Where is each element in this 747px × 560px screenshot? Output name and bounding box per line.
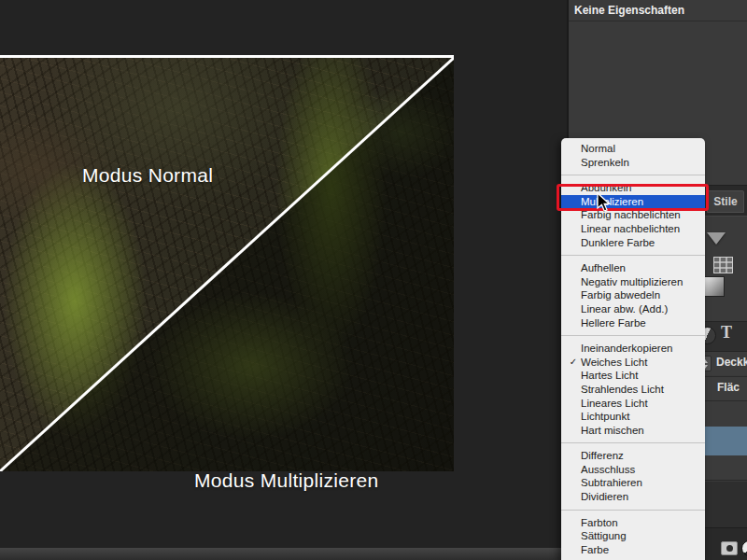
menu-item-label: Sprenkeln — [581, 156, 629, 170]
menu-item-subtrahieren[interactable]: Subtrahieren — [561, 476, 705, 490]
menu-item-label: Hart mischen — [581, 424, 644, 438]
menu-separator — [561, 442, 705, 443]
menu-item-label: Strahlendes Licht — [581, 383, 664, 397]
menu-item-label: Linear nachbelichten — [581, 222, 680, 236]
menu-item-saettigung[interactable]: Sättigung — [561, 529, 705, 543]
menu-item-label: Hartes Licht — [581, 369, 638, 383]
label-modus-multiplizieren: Modus Multiplizieren — [194, 469, 378, 492]
menu-separator — [561, 510, 705, 511]
diagonal-divider-line — [0, 58, 454, 471]
menu-item-label: Dunklere Farbe — [581, 236, 655, 250]
menu-item-label: Aufhellen — [581, 261, 626, 275]
menu-item-dunklere-farbe[interactable]: Dunklere Farbe — [561, 236, 705, 250]
grid-swatch-icon[interactable] — [713, 257, 733, 273]
menu-item-aufhellen[interactable]: Aufhellen — [561, 261, 705, 275]
menu-item-farbton[interactable]: Farbton — [561, 516, 705, 530]
menu-item-farbig-abwedeln[interactable]: Farbig abwedeln — [561, 288, 705, 302]
menu-item-lichtpunkt[interactable]: Lichtpunkt — [561, 410, 705, 424]
menu-item-label: Negativ multiplizieren — [581, 275, 683, 289]
photoshop-window: Modus Normal Modus Multiplizieren Keine … — [0, 0, 747, 560]
opacity-label: Deckkr — [716, 356, 747, 369]
menu-item-hart-mischen[interactable]: Hart mischen — [561, 424, 705, 438]
label-modus-normal: Modus Normal — [82, 164, 213, 187]
menu-item-label: Ausschluss — [581, 463, 635, 477]
menu-item-label: Weiches Licht — [581, 356, 647, 370]
menu-item-label: Normal — [581, 142, 615, 156]
menu-item-label: Linear abw. (Add.) — [581, 302, 668, 316]
menu-item-weiches-licht[interactable]: ✓Weiches Licht — [561, 356, 705, 370]
menu-item-label: Subtrahieren — [581, 476, 642, 490]
panel-flyout-triangle-icon[interactable] — [707, 232, 726, 245]
menu-item-hartes-licht[interactable]: Hartes Licht — [561, 369, 705, 383]
menu-separator — [561, 335, 705, 336]
tab-stile[interactable]: Stile — [707, 190, 744, 213]
menu-item-sprenkeln[interactable]: Sprenkeln — [561, 156, 705, 170]
menu-item-lineares-licht[interactable]: Lineares Licht — [561, 397, 705, 411]
menu-item-label: Farbig abwedeln — [581, 288, 660, 302]
menu-item-label: Differenz — [581, 449, 624, 463]
checkmark-icon: ✓ — [566, 356, 581, 370]
menu-item-farbe[interactable]: Farbe — [561, 543, 705, 557]
menu-item-label: Dividieren — [581, 490, 628, 504]
red-annotation-box — [557, 184, 709, 211]
menu-item-ineinanderkopieren[interactable]: Ineinanderkopieren — [561, 342, 705, 356]
menu-item-label: Lineares Licht — [581, 397, 648, 411]
menu-item-label: Hellere Farbe — [581, 316, 646, 330]
document-canvas[interactable]: Modus Normal Modus Multiplizieren — [0, 55, 454, 471]
menu-item-dividieren[interactable]: Dividieren — [561, 490, 705, 504]
menu-item-hellere-farbe[interactable]: Hellere Farbe — [561, 316, 705, 330]
menu-item-label: Lichtpunkt — [581, 410, 629, 424]
mask-dot — [726, 545, 733, 552]
menu-item-negativ-multiplizieren[interactable]: Negativ multiplizieren — [561, 275, 705, 289]
mouse-cursor-icon — [597, 192, 612, 213]
menu-item-linear-abw-add[interactable]: Linear abw. (Add.) — [561, 302, 705, 316]
status-bar — [0, 548, 567, 560]
menu-separator — [561, 175, 705, 175]
properties-panel-header: Keine Eigenschaften — [569, 0, 747, 21]
menu-separator — [561, 255, 705, 256]
menu-item-strahlendes-licht[interactable]: Strahlendes Licht — [561, 383, 705, 397]
add-layer-mask-icon[interactable] — [721, 541, 738, 555]
text-tool-icon[interactable]: T — [721, 323, 732, 343]
menu-item-label: Farbton — [581, 516, 618, 530]
menu-item-linear-nachbelichten[interactable]: Linear nachbelichten — [561, 222, 705, 236]
menu-item-label: Farbe — [581, 543, 609, 557]
menu-item-normal[interactable]: Normal — [561, 142, 705, 156]
menu-item-ausschluss[interactable]: Ausschluss — [561, 463, 705, 477]
fill-label: Fläc — [717, 381, 740, 394]
menu-item-label: Ineinanderkopieren — [581, 342, 672, 356]
menu-item-label: Sättigung — [581, 529, 627, 543]
menu-item-differenz[interactable]: Differenz — [561, 449, 705, 463]
